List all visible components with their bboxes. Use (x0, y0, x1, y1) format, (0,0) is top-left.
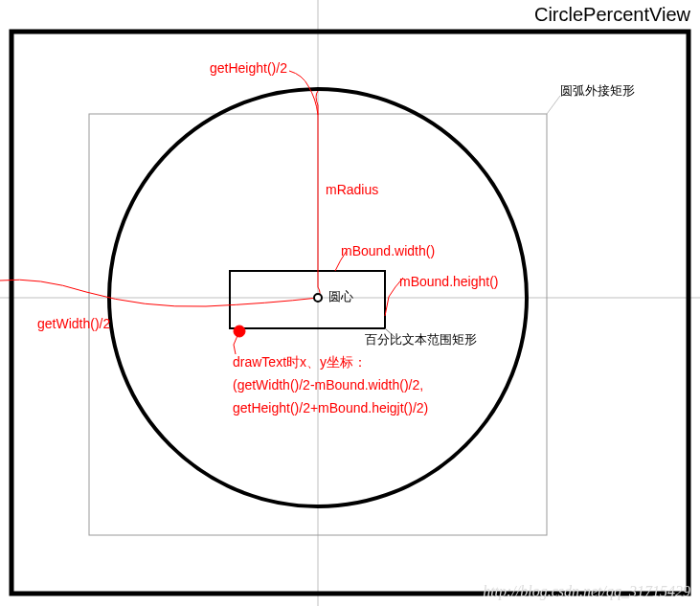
label-getwidth-half: getWidth()/2 (37, 316, 110, 331)
label-text-rect: 百分比文本范围矩形 (365, 331, 477, 348)
page-title: CirclePercentView (534, 4, 690, 26)
center-dot (314, 294, 322, 302)
label-drawtext-title: drawText时x、y坐标： (233, 354, 367, 371)
label-getheight-half: getHeight()/2 (210, 60, 287, 76)
leader-mradius (316, 91, 320, 298)
label-outer-rect: 圆弧外接矩形 (560, 82, 635, 100)
diagram-stage: CirclePercentView getHeight()/2 mRadius … (0, 0, 700, 606)
watermark: http://blog.csdn.net/qq_31715429 (483, 583, 690, 600)
leader-getheight (289, 71, 318, 115)
text-bound-rect (230, 271, 385, 328)
leader-getwidth (0, 280, 318, 306)
label-mbound-height: mBound.height() (399, 274, 499, 289)
bounding-square-leader (547, 96, 560, 114)
label-drawtext-line2: getHeight()/2+mBound.heigjt()/2) (233, 400, 428, 415)
label-center: 圆心 (328, 288, 353, 305)
label-mbound-width: mBound.width() (341, 243, 435, 258)
label-mradius: mRadius (326, 182, 378, 197)
outer-rect (11, 32, 689, 594)
label-drawtext-line1: (getWidth()/2-mBound.width()/2, (233, 377, 423, 393)
